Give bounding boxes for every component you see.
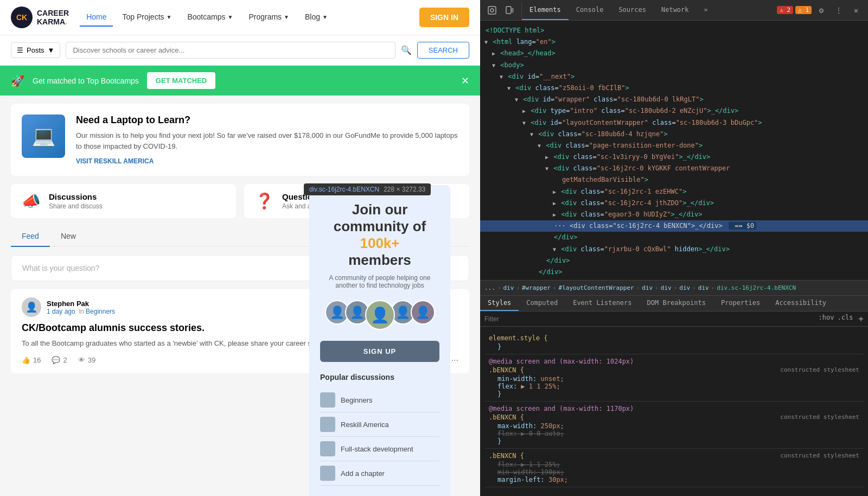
tab-styles[interactable]: Styles	[480, 296, 519, 311]
search-bar: ☰ Posts ▼ 🔍 SEARCH	[0, 35, 480, 66]
disc-item-addchapter[interactable]: Add a chapter	[320, 461, 439, 486]
tab-properties[interactable]: Properties	[713, 296, 768, 311]
tab-accessibility[interactable]: Accessibility	[768, 296, 834, 311]
bc-div4[interactable]: div	[679, 284, 690, 291]
css-source: constructed stylesheet	[780, 414, 859, 421]
visit-link[interactable]: VISIT RESKILL AMERICA	[76, 157, 154, 165]
devtools-tab-sources[interactable]: Sources	[611, 0, 654, 20]
svg-rect-3	[512, 8, 513, 12]
device-icon[interactable]	[502, 3, 517, 18]
settings-icon[interactable]: ⚙	[814, 3, 829, 18]
css-selector[interactable]: .bENXCN { constructed stylesheet	[489, 452, 859, 460]
css-block-media-1024: @media screen and (max-width: 1024px) .b…	[484, 354, 864, 402]
bc-wrapper[interactable]: #wrapper	[522, 284, 551, 291]
html-line[interactable]: <div id="wrapper" class="sc-180ub6d-0 lk…	[480, 94, 868, 105]
devtools-tab-elements[interactable]: Elements	[522, 0, 569, 20]
css-selector[interactable]: .bENXCN { constructed stylesheet	[489, 414, 859, 421]
css-selector[interactable]: .bENXCN { constructed stylesheet	[489, 366, 859, 374]
html-line[interactable]: <div id="__next">	[480, 71, 868, 82]
discussions-card[interactable]: 📣 Discussions Share and discuss	[11, 184, 236, 218]
sign-in-button[interactable]: SIGN IN	[419, 8, 469, 27]
html-line[interactable]: </div>	[480, 232, 868, 243]
search-input[interactable]	[66, 42, 395, 59]
tab-dom-breakpoints[interactable]: DOM Breakpoints	[640, 296, 713, 311]
nav-home[interactable]: Home	[80, 8, 113, 27]
disc-item-fullstack[interactable]: Full-stack development	[320, 437, 439, 461]
media-query: @media screen and (max-width: 1170px)	[489, 405, 859, 412]
css-prop: }	[489, 343, 859, 351]
html-line[interactable]: <div class="sc-16j2rc-4 jthZDO">_</div>	[480, 198, 868, 209]
disc-item-reskill[interactable]: Reskill America	[320, 412, 439, 437]
nav-bootcamps[interactable]: Bootcamps ▼	[181, 8, 239, 27]
join-title: Join our community of 100k+ members	[320, 201, 439, 269]
bc-current[interactable]: div.sc-16j2rc-4.bENXCN	[717, 284, 796, 291]
inspect-icon[interactable]	[484, 3, 500, 18]
html-line-selected[interactable]: ··· <div class="sc-16j2rc-4 bENXCN">_</d…	[480, 220, 868, 232]
green-banner: 🚀 Get matched to Top Bootcamps GET MATCH…	[0, 66, 480, 96]
hamburger-icon: ☰	[17, 46, 23, 54]
sign-up-button[interactable]: SIGN UP	[320, 341, 439, 362]
filter-input[interactable]	[484, 315, 819, 323]
posts-dropdown[interactable]: ☰ Posts ▼	[11, 42, 60, 58]
add-style-button[interactable]: +	[858, 314, 864, 324]
nav-programs[interactable]: Programs ▼	[242, 8, 296, 27]
html-line[interactable]: <div class="sc-16j2rc-0 kYGKKF contentWr…	[480, 163, 868, 174]
bc-div3[interactable]: div	[661, 284, 672, 291]
cls-toggle[interactable]: .cls	[837, 314, 853, 324]
search-icon[interactable]: 🔍	[401, 45, 412, 55]
like-action[interactable]: 👍 16	[22, 356, 41, 364]
tab-computed[interactable]: Computed	[519, 296, 565, 311]
html-line[interactable]: </div>	[480, 266, 868, 278]
html-line[interactable]: <html lang="en">	[480, 36, 868, 48]
comment-action[interactable]: 💬 2	[52, 356, 67, 364]
tab-new[interactable]: New	[50, 226, 87, 247]
css-prop-strikethrough: flex: ▶ 1 1 25%;	[489, 461, 859, 468]
html-line[interactable]: <div class="sc-1v3iryy-0 bYgVei">_</div>	[480, 151, 868, 163]
html-line[interactable]: <div type="intro" class="sc-180ub6d-2 eN…	[480, 105, 868, 117]
banner-close-button[interactable]: ✕	[461, 75, 469, 87]
bc-dots[interactable]: ...	[484, 284, 495, 291]
css-source: constructed stylesheet	[780, 452, 859, 459]
html-line[interactable]: getMatchedBarVisible">	[480, 174, 868, 186]
nav-top-projects[interactable]: Top Projects ▼	[116, 8, 178, 27]
html-line[interactable]: <body>	[480, 60, 868, 71]
css-source: constructed stylesheet	[780, 366, 859, 373]
html-line[interactable]: <div class="egaor3-0 hUDIyZ">_</div>	[480, 209, 868, 220]
disc-item-beginners[interactable]: Beginners	[320, 388, 439, 412]
html-line[interactable]: <div id="layoutContentWrapper" class="sc…	[480, 117, 868, 129]
html-line[interactable]: <div class="rjxrbu-0 cQxBwl" hidden>_</d…	[480, 244, 868, 255]
tab-event-listeners[interactable]: Event Listeners	[565, 296, 639, 311]
hov-toggle[interactable]: :hov	[819, 314, 834, 324]
tab-feed[interactable]: Feed	[11, 226, 50, 247]
devtools-tab-more[interactable]: »	[697, 0, 716, 20]
html-line[interactable]: <div class="page-transition-enter-done">	[480, 140, 868, 151]
css-closing: }	[489, 437, 859, 445]
html-line[interactable]: <div class="z58oii-0 fbCIlB">	[480, 82, 868, 94]
bc-div5[interactable]: div	[698, 284, 709, 291]
bottom-panel: Styles Computed Event Listeners DOM Brea…	[480, 295, 868, 496]
more-options-button[interactable]: ···	[451, 355, 458, 365]
html-line[interactable]: <head>_</head>	[480, 48, 868, 59]
html-line[interactable]: <div class="sc-16j2rc-1 ezEHWC">	[480, 186, 868, 198]
logo[interactable]: CK CAREER KARMA.	[11, 7, 69, 28]
bc-layout[interactable]: #layoutContentWrapper	[559, 284, 634, 291]
html-line[interactable]: <!DOCTYPE html>	[480, 25, 868, 36]
thumbs-up-icon: 👍	[22, 356, 30, 364]
css-selector[interactable]: element.style {	[489, 334, 859, 342]
devtools-tab-console[interactable]: Console	[569, 0, 611, 20]
search-button[interactable]: SEARCH	[417, 42, 469, 59]
questions-icon: ❓	[255, 192, 274, 210]
html-line[interactable]: <div class="sc-180ub6d-4 hzjqne">	[480, 129, 868, 140]
disc-label: Reskill America	[341, 421, 389, 429]
close-icon[interactable]: ✕	[848, 3, 864, 18]
devtools-tab-network[interactable]: Network	[654, 0, 697, 20]
laptop-content: Need a Laptop to Learn? Our mission is t…	[76, 115, 458, 165]
bc-div1[interactable]: div	[503, 284, 514, 291]
discussions-subtitle: Share and discuss	[49, 202, 103, 210]
html-line[interactable]: </div>	[480, 255, 868, 266]
get-matched-button[interactable]: GET MATCHED	[147, 72, 215, 89]
bc-div2[interactable]: div	[642, 284, 653, 291]
nav-blog[interactable]: Blog ▼	[298, 8, 334, 27]
comment-count: 2	[63, 356, 67, 364]
more-options-icon[interactable]: ⋮	[831, 3, 846, 18]
